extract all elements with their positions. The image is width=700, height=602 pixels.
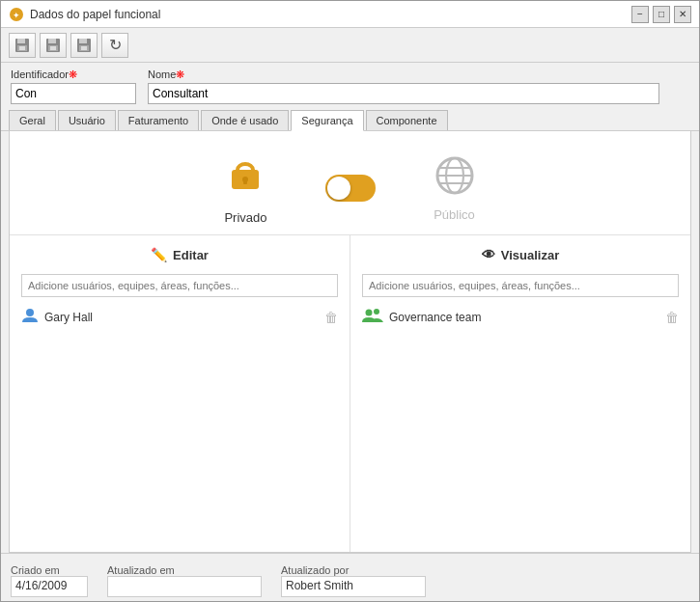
user-item-left: Gary Hall	[21, 307, 93, 328]
globe-icon	[434, 154, 476, 200]
save-button-2[interactable]	[40, 33, 67, 58]
team-item-left: Governance team	[362, 307, 481, 328]
app-icon: ✦	[9, 7, 24, 22]
tab-seguranca[interactable]: Segurança	[291, 110, 363, 131]
footer: Criado em 4/16/2009 Atualizado em Atuali…	[1, 553, 699, 601]
fields-row: Identificador❋ Nome❋	[1, 63, 699, 110]
tab-onde-e-usado[interactable]: Onde é usado	[201, 110, 289, 130]
save-icon-2	[45, 38, 61, 53]
user-item-gary: Gary Hall 🗑	[21, 305, 338, 330]
private-label: Privado	[224, 210, 266, 225]
eye-icon: 👁	[482, 247, 495, 262]
titlebar: ✦ Dados do papel funcional − □ ✕	[1, 1, 699, 28]
main-window: ✦ Dados do papel funcional − □ ✕	[0, 0, 700, 602]
tab-componente[interactable]: Componente	[366, 110, 448, 130]
window-controls: − □ ✕	[631, 6, 691, 23]
identifier-label: Identificador❋	[11, 68, 136, 81]
created-label: Criado em	[11, 564, 88, 576]
created-value: 4/16/2009	[11, 576, 88, 597]
lock-icon	[224, 150, 266, 203]
titlebar-left: ✦ Dados do papel funcional	[9, 7, 160, 22]
public-option[interactable]: Público	[434, 154, 476, 222]
edit-panel-header: ✏️ Editar	[21, 247, 338, 262]
minimize-button[interactable]: −	[631, 6, 649, 23]
svg-rect-11	[79, 39, 87, 43]
identifier-field-group: Identificador❋	[11, 68, 136, 104]
name-input[interactable]	[148, 83, 659, 104]
save-icon-3	[76, 38, 92, 53]
name-field-group: Nome❋	[148, 68, 659, 104]
view-panel-header: 👁 Visualizar	[362, 247, 679, 262]
team-icon	[362, 307, 383, 328]
tab-usuario[interactable]: Usuário	[58, 110, 116, 130]
public-label: Público	[434, 207, 475, 222]
svg-rect-7	[48, 39, 56, 43]
save-icon-1	[14, 38, 30, 53]
updated-input[interactable]	[107, 576, 262, 597]
team-item-governance: Governance team 🗑	[362, 305, 679, 330]
svg-rect-3	[17, 39, 25, 43]
gary-hall-delete[interactable]: 🗑	[324, 310, 338, 325]
view-label: Visualizar	[501, 248, 559, 262]
created-field: Criado em 4/16/2009	[11, 564, 88, 597]
svg-rect-13	[81, 46, 87, 50]
view-panel: 👁 Visualizar Go	[350, 235, 690, 552]
tabs-bar: Geral Usuário Faturamento Onde é usado S…	[1, 110, 699, 131]
svg-point-23	[26, 309, 34, 316]
close-button[interactable]: ✕	[674, 6, 691, 23]
refresh-button[interactable]: ↻	[101, 33, 128, 58]
save-button-1[interactable]	[9, 33, 36, 58]
updated-label: Atualizado em	[107, 564, 262, 576]
tab-geral[interactable]: Geral	[9, 110, 56, 130]
svg-rect-5	[19, 46, 25, 50]
main-content: Privado Público	[9, 131, 691, 553]
identifier-required: ❋	[69, 68, 77, 80]
updated-by-field: Atualizado por Robert Smith	[281, 564, 426, 597]
governance-team-delete[interactable]: 🗑	[665, 310, 679, 325]
tab-faturamento[interactable]: Faturamento	[118, 110, 199, 130]
security-top: Privado Público	[10, 131, 690, 235]
svg-point-25	[374, 309, 379, 315]
toggle-container[interactable]	[325, 175, 376, 202]
governance-team-name: Governance team	[389, 311, 481, 324]
edit-search-input[interactable]	[21, 274, 338, 297]
gary-hall-name: Gary Hall	[44, 311, 93, 324]
edit-label: Editar	[173, 248, 209, 262]
svg-rect-17	[243, 179, 247, 184]
save-button-3[interactable]	[70, 33, 98, 58]
private-option[interactable]: Privado	[224, 150, 266, 225]
edit-view-row: ✏️ Editar Gary Hall 🗑	[10, 235, 690, 552]
svg-point-24	[366, 310, 373, 316]
identifier-input[interactable]	[11, 83, 136, 104]
toolbar: ↻	[1, 28, 699, 63]
svg-rect-9	[50, 46, 56, 50]
refresh-icon: ↻	[109, 36, 122, 54]
pencil-icon: ✏️	[151, 247, 167, 262]
maximize-button[interactable]: □	[653, 6, 670, 23]
user-icon	[21, 307, 39, 328]
window-title: Dados do papel funcional	[30, 8, 160, 21]
name-label: Nome❋	[148, 68, 659, 81]
edit-panel: ✏️ Editar Gary Hall 🗑	[10, 235, 350, 552]
updated-by-label: Atualizado por	[281, 564, 426, 576]
svg-text:✦: ✦	[13, 11, 20, 20]
privacy-toggle[interactable]	[325, 175, 376, 202]
updated-by-value: Robert Smith	[281, 576, 426, 597]
view-search-input[interactable]	[362, 274, 679, 297]
toggle-knob	[327, 177, 350, 200]
updated-field: Atualizado em	[107, 564, 262, 597]
name-required: ❋	[176, 68, 184, 80]
